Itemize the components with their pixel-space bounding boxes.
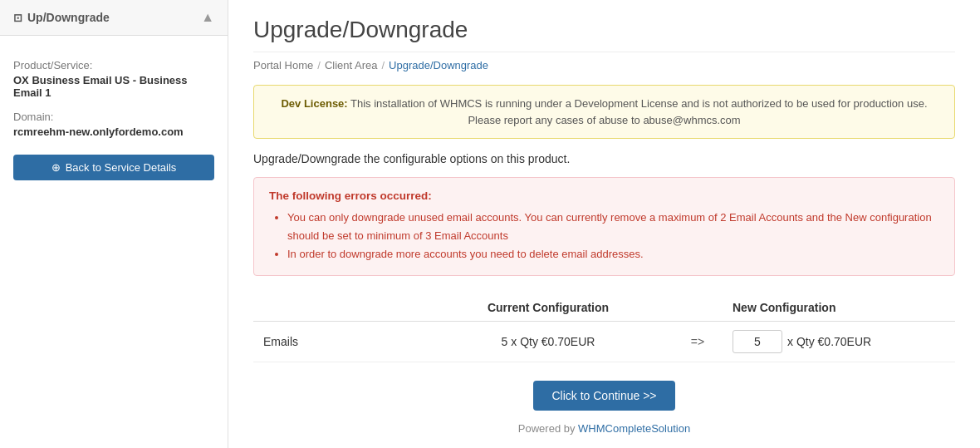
domain-value: rcmreehm-new.onlyfordemo.com: [13, 126, 214, 138]
error-title: The following errors occurred:: [269, 190, 939, 202]
breadcrumb: Portal Home / Client Area / Upgrade/Down…: [253, 59, 955, 71]
error-box: The following errors occurred: You can o…: [253, 177, 955, 276]
error-item-2: In order to downgrade more accounts you …: [287, 245, 939, 263]
new-qty-input[interactable]: [733, 330, 782, 353]
updowngrade-icon: ⊡: [13, 12, 22, 24]
sidebar: ⊡ Up/Downgrade ▲ Product/Service: OX Bus…: [0, 0, 228, 448]
error-list: You can only downgrade unused email acco…: [269, 209, 939, 263]
sidebar-toggle-icon[interactable]: ▲: [201, 10, 214, 25]
product-value: OX Business Email US - Business Email 1: [13, 74, 214, 99]
col-header-current: Current Configuration: [424, 294, 673, 322]
breadcrumb-current: Upgrade/Downgrade: [389, 59, 488, 71]
sidebar-title-text: Up/Downgrade: [27, 11, 110, 24]
config-table: Current Configuration New Configuration …: [253, 294, 955, 362]
row-label: Emails: [253, 322, 424, 362]
row-new-config: x Qty €0.70EUR: [723, 322, 955, 362]
click-to-continue-button[interactable]: Click to Continue >>: [533, 381, 674, 411]
col-header-arrow: [673, 294, 723, 322]
dev-license-notice: Dev License: This installation of WHMCS …: [253, 85, 955, 139]
breadcrumb-sep-1: /: [317, 59, 321, 71]
footer-text: Powered by: [518, 422, 578, 435]
breadcrumb-sep-2: /: [381, 59, 385, 71]
product-label: Product/Service:: [13, 59, 214, 71]
sidebar-header: ⊡ Up/Downgrade ▲: [0, 0, 228, 36]
col-header-new: New Configuration: [723, 294, 955, 322]
row-current: 5 x Qty €0.70EUR: [424, 322, 673, 362]
breadcrumb-portal-home[interactable]: Portal Home: [253, 59, 313, 71]
continue-button-wrap: Click to Continue >>: [253, 381, 955, 411]
breadcrumb-client-area[interactable]: Client Area: [325, 59, 378, 71]
new-config-suffix: x Qty €0.70EUR: [787, 335, 871, 348]
page-description: Upgrade/Downgrade the configurable optio…: [253, 152, 955, 165]
main-content: Upgrade/Downgrade Portal Home / Client A…: [228, 0, 980, 448]
whmcs-link[interactable]: WHMCompleteSolution: [578, 422, 690, 435]
page-footer: Powered by WHMCompleteSolution: [253, 422, 955, 435]
dev-license-text: This installation of WHMCS is running un…: [350, 97, 927, 126]
sidebar-title: ⊡ Up/Downgrade: [13, 11, 110, 24]
back-button-label: Back to Service Details: [66, 161, 177, 174]
back-icon: ⊕: [51, 161, 61, 174]
row-arrow: =>: [673, 322, 723, 362]
table-row: Emails 5 x Qty €0.70EUR => x Qty €0.70EU…: [253, 322, 955, 362]
back-to-service-details-button[interactable]: ⊕ Back to Service Details: [13, 155, 214, 180]
page-title: Upgrade/Downgrade: [253, 17, 955, 52]
dev-license-prefix: Dev License:: [281, 97, 347, 110]
error-item-1: You can only downgrade unused email acco…: [287, 209, 939, 245]
col-header-label: [253, 294, 424, 322]
domain-label: Domain:: [13, 111, 214, 123]
sidebar-body: Product/Service: OX Business Email US - …: [0, 36, 228, 194]
